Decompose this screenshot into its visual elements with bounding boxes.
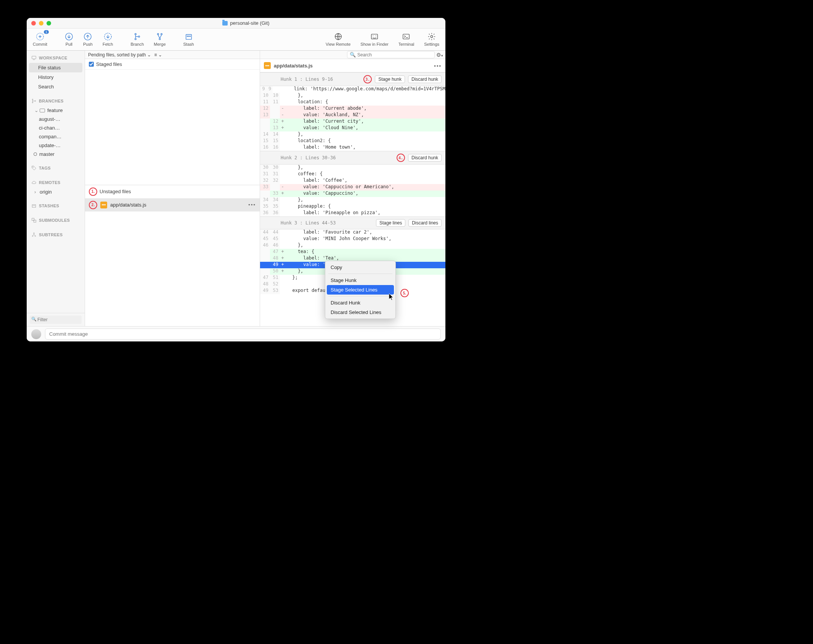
diff-line[interactable]: 3636 label: 'Pineapple on pizza', bbox=[260, 210, 445, 216]
branch-button[interactable]: Branch bbox=[127, 31, 147, 48]
discard-hunk-button[interactable]: Discard hunk bbox=[408, 154, 442, 162]
minimize-window-button[interactable] bbox=[39, 21, 43, 26]
sidebar-origin-remote[interactable]: › origin bbox=[27, 187, 85, 196]
callout-1: 1. bbox=[89, 187, 97, 196]
context-copy[interactable]: Copy bbox=[325, 263, 395, 272]
file-row[interactable]: 2. ••• app/data/stats.js ••• bbox=[85, 199, 260, 211]
diff-line[interactable]: 33+ value: 'Cappuccino', bbox=[260, 191, 445, 197]
commit-message-input[interactable] bbox=[49, 331, 437, 337]
diff-line[interactable]: 3232 label: 'Coffee', bbox=[260, 178, 445, 184]
diff-line[interactable]: 99 link: 'https://www.google.com/maps/d/… bbox=[260, 86, 445, 93]
search-input[interactable] bbox=[357, 52, 432, 58]
search-icon: 🔍 bbox=[31, 317, 37, 322]
submodules-header[interactable]: SUBMODULES bbox=[27, 215, 85, 225]
diff-line[interactable]: 13- value: 'Auckland, NZ', bbox=[260, 112, 445, 119]
staged-checkbox[interactable] bbox=[89, 62, 94, 67]
search-icon: 🔍 bbox=[350, 52, 356, 58]
modified-badge-icon: ••• bbox=[100, 202, 107, 208]
svg-point-18 bbox=[190, 36, 190, 37]
gear-icon[interactable]: ⚙︎▾ bbox=[436, 52, 443, 58]
current-branch-icon bbox=[34, 152, 37, 156]
sidebar-branch-item[interactable]: update-… bbox=[27, 141, 85, 150]
sidebar-feature-folder[interactable]: ⌄ feature bbox=[27, 106, 85, 115]
sidebar-branch-item[interactable]: august-… bbox=[27, 115, 85, 123]
subtree-icon bbox=[31, 232, 37, 237]
svg-point-9 bbox=[135, 34, 136, 35]
svg-rect-24 bbox=[32, 56, 36, 59]
subtrees-header[interactable]: SUBTREES bbox=[27, 230, 85, 240]
sort-dropdown[interactable]: Pending files, sorted by path ⌄ bbox=[88, 52, 151, 58]
svg-point-29 bbox=[33, 167, 34, 168]
filter-input[interactable] bbox=[30, 316, 82, 324]
diff-line[interactable]: 1414 }, bbox=[260, 131, 445, 138]
diff-line[interactable]: 3131 coffee: { bbox=[260, 171, 445, 178]
commit-badge: 1 bbox=[44, 30, 49, 34]
push-button[interactable]: Push bbox=[80, 31, 96, 48]
view-remote-button[interactable]: View Remote bbox=[323, 31, 353, 48]
hunk1-header: Hunk 1 : Lines 9-16 3. Stage hunk Discar… bbox=[260, 72, 445, 86]
fetch-button[interactable]: Fetch bbox=[100, 31, 116, 48]
tags-header[interactable]: TAGS bbox=[27, 163, 85, 173]
chevron-down-icon: ⌄ bbox=[34, 107, 37, 113]
file-more-button[interactable]: ••• bbox=[248, 202, 256, 208]
view-mode-dropdown[interactable]: ≡ ⌄ bbox=[154, 52, 162, 58]
file-header-more-button[interactable]: ••• bbox=[434, 63, 442, 69]
commit-bar bbox=[27, 326, 445, 341]
diff-line[interactable]: 3535 pineapple: { bbox=[260, 203, 445, 210]
sidebar-master-branch[interactable]: master bbox=[27, 150, 85, 159]
diff-line[interactable]: 1010 }, bbox=[260, 93, 445, 99]
sidebar-branch-item[interactable]: ci-chan… bbox=[27, 123, 85, 132]
diff-line[interactable]: 1616 label: 'Home town', bbox=[260, 144, 445, 151]
diff-line[interactable]: 33- value: 'Cappuccino or Americano', bbox=[260, 184, 445, 191]
svg-point-32 bbox=[34, 205, 35, 206]
diff-line[interactable]: 4646 }, bbox=[260, 242, 445, 249]
diff-line[interactable]: 13+ value: 'Cloud Nine', bbox=[260, 125, 445, 131]
toolbar: 1 Commit Pull Push Fetch Branch bbox=[27, 29, 445, 51]
context-menu: Copy Stage Hunk Stage Selected Lines Dis… bbox=[325, 261, 396, 319]
diff-line[interactable]: 1111 location: { bbox=[260, 99, 445, 106]
svg-point-23 bbox=[431, 35, 433, 38]
sidebar-branch-item[interactable]: compan… bbox=[27, 132, 85, 141]
stashes-header[interactable]: STASHES bbox=[27, 201, 85, 211]
diff-line[interactable]: 4444 label: 'Favourite car 2', bbox=[260, 229, 445, 236]
menu-separator bbox=[328, 274, 392, 274]
discard-hunk-button[interactable]: Discard hunk bbox=[408, 75, 442, 83]
close-window-button[interactable] bbox=[31, 21, 36, 26]
diff-line[interactable]: 4545 value: 'MINI John Cooper Works', bbox=[260, 236, 445, 242]
diff-line[interactable]: 3434 }, bbox=[260, 197, 445, 203]
diff-line[interactable]: 47+ tea: { bbox=[260, 249, 445, 255]
svg-point-16 bbox=[187, 36, 188, 37]
stage-hunk-button[interactable]: Stage hunk bbox=[375, 75, 405, 83]
avatar[interactable] bbox=[31, 329, 41, 339]
diff-line[interactable]: 3030 }, bbox=[260, 165, 445, 171]
context-discard-hunk[interactable]: Discard Hunk bbox=[325, 298, 395, 308]
callout-5: 5. bbox=[400, 289, 409, 297]
diff-line[interactable]: 1515 location2: { bbox=[260, 138, 445, 144]
context-stage-selected-lines[interactable]: Stage Selected Lines bbox=[327, 285, 394, 295]
discard-lines-button[interactable]: Discard lines bbox=[408, 219, 442, 227]
show-in-finder-button[interactable]: Show in Finder bbox=[357, 31, 391, 48]
remotes-header[interactable]: REMOTES bbox=[27, 178, 85, 187]
context-stage-hunk[interactable]: Stage Hunk bbox=[325, 276, 395, 285]
hunk3-header: Hunk 3 : Lines 44-53 Stage lines Discard… bbox=[260, 216, 445, 229]
sidebar-search[interactable]: Search bbox=[27, 82, 85, 91]
context-discard-selected-lines[interactable]: Discard Selected Lines bbox=[325, 308, 395, 317]
sidebar-history[interactable]: History bbox=[27, 72, 85, 82]
staged-files-header: Staged files bbox=[85, 59, 260, 70]
merge-button[interactable]: Merge bbox=[151, 31, 169, 48]
commit-button[interactable]: 1 Commit bbox=[30, 31, 50, 48]
settings-button[interactable]: Settings bbox=[421, 31, 442, 48]
hunk2-header: Hunk 2 : Lines 30-36 4. Discard hunk bbox=[260, 151, 445, 165]
sidebar-file-status[interactable]: File status bbox=[29, 63, 82, 72]
unstaged-files-header: 1. Unstaged files bbox=[85, 185, 260, 199]
diff-line[interactable]: 12+ label: 'Current city', bbox=[260, 119, 445, 125]
terminal-button[interactable]: Terminal bbox=[395, 31, 418, 48]
pull-button[interactable]: Pull bbox=[62, 31, 76, 48]
workspace-header: WORKSPACE bbox=[27, 53, 85, 63]
stage-lines-button[interactable]: Stage lines bbox=[376, 219, 405, 227]
diff-line[interactable]: 12- label: 'Current abode', bbox=[260, 106, 445, 112]
zoom-window-button[interactable] bbox=[47, 21, 51, 26]
stash-button[interactable]: Stash bbox=[180, 31, 197, 48]
svg-point-36 bbox=[32, 235, 33, 236]
svg-point-37 bbox=[35, 235, 35, 236]
